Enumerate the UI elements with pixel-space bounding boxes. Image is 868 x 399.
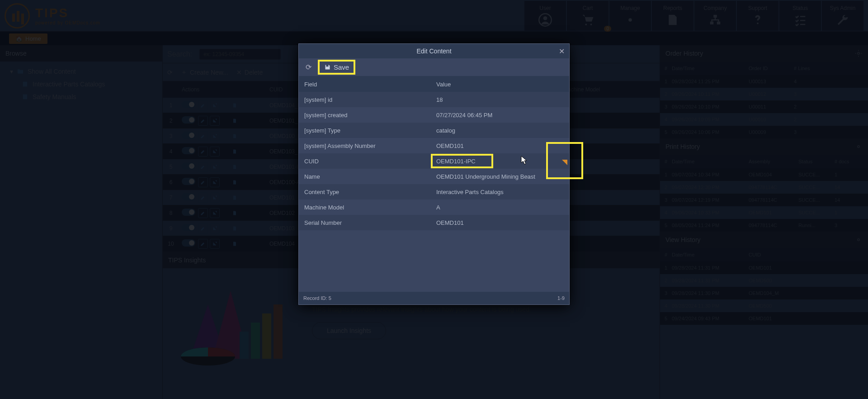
modal-row[interactable]: Machine Model A (299, 200, 569, 215)
field-value[interactable]: Interactive Parts Catalogs (433, 189, 569, 195)
modal-title: Edit Content (416, 48, 451, 55)
field-label: CUID (299, 158, 433, 165)
field-label: Content Type (299, 189, 433, 195)
field-value[interactable]: catalog (433, 127, 569, 134)
refresh-button[interactable]: ⟳ (303, 62, 313, 72)
field-value[interactable]: 07/27/2024 06:45 PM (433, 112, 569, 119)
col-value: Value (433, 81, 569, 88)
field-label: [system] id (299, 96, 433, 103)
field-label: [system] Assembly Number (299, 142, 433, 149)
modal-row[interactable]: Serial Number OEMD101 (299, 215, 569, 230)
field-value[interactable]: OEMD101 (433, 219, 569, 226)
close-icon[interactable]: ✕ (559, 47, 565, 56)
save-button[interactable]: Save (318, 60, 355, 75)
save-icon (324, 64, 331, 71)
field-label: Name (299, 173, 433, 180)
col-field: Field (299, 81, 433, 88)
edit-content-modal: Edit Content ✕ ⟳ Save Field Value [syste… (298, 43, 570, 305)
field-value[interactable]: 18 (433, 96, 569, 103)
field-label: Machine Model (299, 204, 433, 211)
record-id: Record ID: 5 (303, 295, 331, 301)
field-label: [system] created (299, 112, 433, 119)
modal-row[interactable]: Content Type Interactive Parts Catalogs (299, 184, 569, 200)
field-value[interactable]: OEMD101 (433, 142, 569, 149)
field-value[interactable]: A (433, 204, 569, 211)
modal-row[interactable]: [system] Type catalog (299, 123, 569, 138)
cursor-icon (521, 156, 527, 165)
record-range: 1-9 (557, 295, 565, 301)
modal-row[interactable]: [system] Assembly Number OEMD101 (299, 138, 569, 153)
field-label: Serial Number (299, 219, 433, 226)
modal-row[interactable]: [system] id 18 (299, 92, 569, 107)
field-label: [system] Type (299, 127, 433, 134)
field-value[interactable]: OEMD101 Underground Mining Beast (433, 173, 569, 180)
modal-row[interactable]: CUID OEMD101-IPC (299, 153, 569, 169)
modal-row[interactable]: [system] created 07/27/2024 06:45 PM (299, 107, 569, 123)
field-value[interactable]: OEMD101-IPC (433, 158, 569, 165)
modal-row[interactable]: Name OEMD101 Underground Mining Beast (299, 169, 569, 184)
